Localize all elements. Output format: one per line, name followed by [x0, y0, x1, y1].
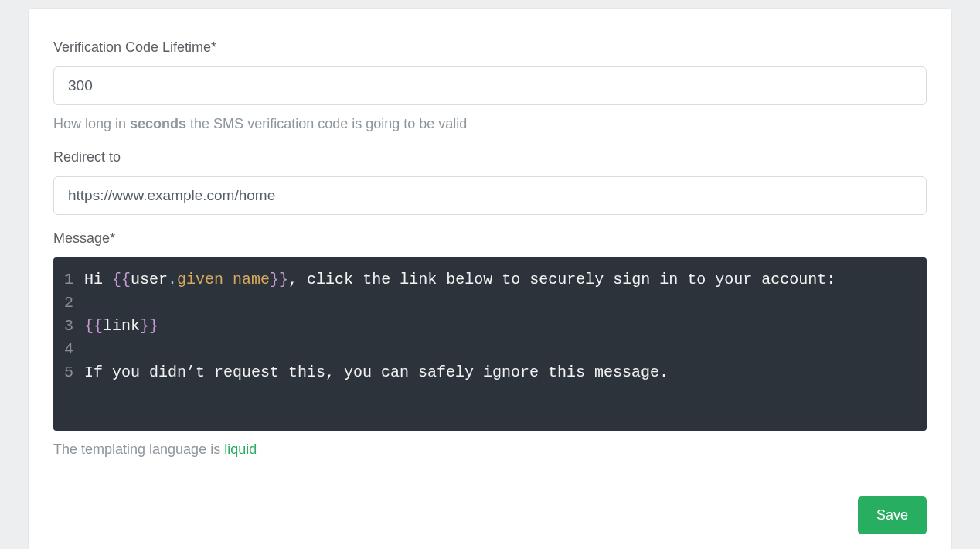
line-code [84, 292, 927, 315]
field-lifetime: Verification Code Lifetime* How long in … [53, 39, 927, 132]
liquid-link[interactable]: liquid [224, 442, 257, 457]
lifetime-hint-post: the SMS verification code is going to be… [186, 116, 467, 131]
redirect-label: Redirect to [53, 149, 927, 165]
editor-line: 3{{link}} [53, 315, 927, 338]
line-number: 1 [53, 268, 84, 292]
line-code: Hi {{user.given_name}}, click the link b… [84, 268, 927, 292]
lifetime-input[interactable] [53, 66, 927, 105]
settings-card: Verification Code Lifetime* How long in … [28, 8, 952, 549]
field-message: Message* 1Hi {{user.given_name}}, click … [53, 230, 927, 458]
redirect-input[interactable] [53, 176, 927, 215]
line-number: 2 [53, 292, 84, 315]
editor-line: 5If you didn’t request this, you can saf… [53, 361, 927, 384]
lifetime-hint-pre: How long in [53, 116, 130, 131]
lifetime-hint-bold: seconds [130, 116, 186, 131]
message-label: Message* [53, 230, 927, 247]
line-code: {{link}} [84, 315, 927, 338]
actions-row: Save [53, 496, 927, 534]
editor-line: 2 [53, 292, 927, 315]
line-number: 4 [53, 338, 84, 361]
editor-line: 4 [53, 338, 927, 361]
lifetime-label: Verification Code Lifetime* [53, 39, 927, 56]
editor-line: 1Hi {{user.given_name}}, click the link … [53, 268, 927, 292]
message-hint: The templating language is liquid [53, 442, 927, 458]
message-editor[interactable]: 1Hi {{user.given_name}}, click the link … [53, 257, 927, 431]
line-number: 5 [53, 361, 84, 384]
line-code [84, 338, 927, 361]
lifetime-hint: How long in seconds the SMS verification… [53, 116, 927, 132]
message-hint-pre: The templating language is [53, 442, 224, 457]
line-number: 3 [53, 315, 84, 338]
save-button[interactable]: Save [858, 496, 927, 534]
field-redirect: Redirect to [53, 149, 927, 215]
line-code: If you didn’t request this, you can safe… [84, 361, 927, 384]
